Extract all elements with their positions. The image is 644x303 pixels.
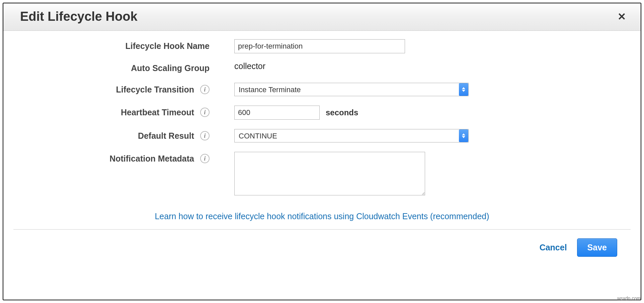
asg-value: collector [234,61,265,71]
dialog-body: Lifecycle Hook Name Auto Scaling Group c… [3,31,641,300]
info-icon[interactable]: i [200,85,210,94]
info-icon[interactable]: i [200,154,210,163]
timeout-input[interactable] [234,106,320,120]
metadata-textarea[interactable] [234,152,425,195]
result-label: Default Result [138,131,194,141]
info-icon[interactable]: i [200,131,210,140]
result-select[interactable]: CONTINUE [234,129,469,142]
save-button[interactable]: Save [577,238,617,257]
row-metadata: Notification Metadata i [13,152,631,195]
row-asg: Auto Scaling Group collector [13,61,631,75]
asg-label: Auto Scaling Group [131,63,210,73]
cancel-button[interactable]: Cancel [540,243,567,252]
dialog-title: Edit Lifecycle Hook [20,9,138,24]
timeout-unit: seconds [326,108,358,117]
separator [13,229,631,230]
hook-name-input[interactable] [234,39,405,53]
row-result: Default Result i CONTINUE [13,129,631,142]
help-row: Learn how to receive lifecycle hook noti… [13,211,631,221]
row-transition: Lifecycle Transition i Instance Terminat… [13,83,631,96]
hook-name-label: Lifecycle Hook Name [126,41,210,51]
learn-link[interactable]: Learn how to receive lifecycle hook noti… [155,211,489,221]
transition-label: Lifecycle Transition [116,85,194,95]
edit-lifecycle-hook-dialog: Edit Lifecycle Hook ✕ Lifecycle Hook Nam… [3,3,641,300]
dialog-header: Edit Lifecycle Hook ✕ [3,3,641,31]
close-icon[interactable]: ✕ [613,11,631,22]
row-timeout: Heartbeat Timeout i seconds [13,106,631,120]
transition-select[interactable]: Instance Terminate [234,83,469,96]
transition-select-wrap: Instance Terminate [234,83,469,96]
result-select-wrap: CONTINUE [234,129,469,142]
timeout-label: Heartbeat Timeout [121,108,194,117]
row-hook-name: Lifecycle Hook Name [13,39,631,53]
metadata-label: Notification Metadata [109,154,194,164]
info-icon[interactable]: i [200,108,210,117]
dialog-footer: Cancel Save [13,236,631,264]
attribution-text: wsxdn.com [617,296,641,301]
